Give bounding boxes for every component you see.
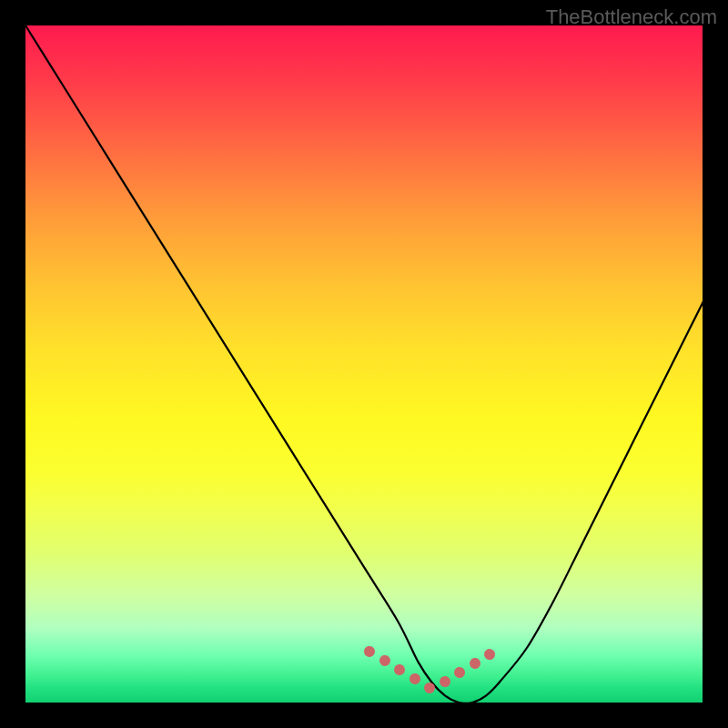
sweet-spot-band bbox=[25, 25, 703, 703]
sweet-spot-segment bbox=[483, 648, 496, 661]
sweet-spot-segment bbox=[439, 675, 450, 687]
sweet-spot-segment bbox=[409, 672, 420, 684]
sweet-spot-segment bbox=[363, 645, 376, 658]
sweet-spot-segment bbox=[379, 654, 391, 667]
sweet-spot-segment bbox=[393, 663, 405, 675]
plot-area bbox=[25, 25, 703, 703]
sweet-spot-segment bbox=[469, 657, 480, 670]
watermark-text: TheBottleneck.com bbox=[546, 5, 717, 29]
sweet-spot-segment bbox=[454, 666, 466, 678]
sweet-spot-segment bbox=[424, 682, 435, 693]
